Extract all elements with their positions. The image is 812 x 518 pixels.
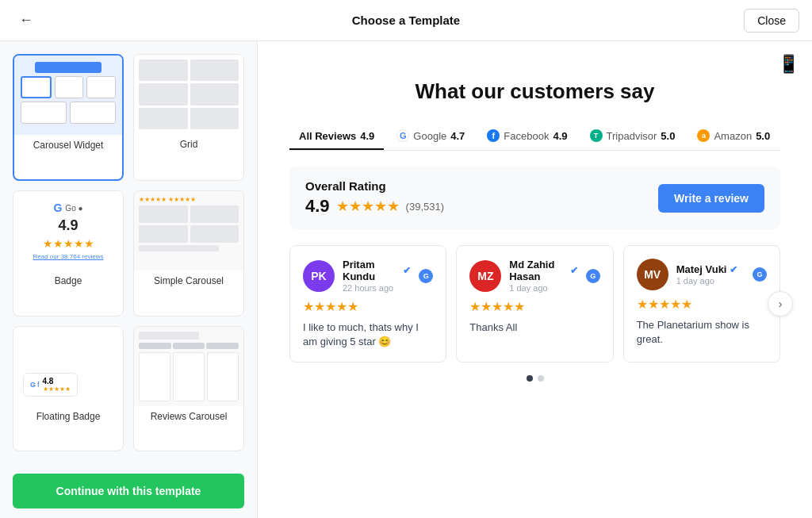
verified-icon-3: ✔ — [730, 264, 737, 275]
sc-row-2 — [139, 225, 239, 243]
template-card-carousel-widget[interactable]: Carousel Widget — [13, 54, 124, 181]
reviewer-3-time: 1 day ago — [676, 276, 738, 286]
review-card-2-header: MZ Md Zahid Hasan ✔ 1 day ago G — [469, 259, 599, 293]
grid-item-5 — [139, 108, 188, 129]
tab-facebook-label: Facebook — [504, 130, 549, 142]
rc-tabs — [139, 343, 239, 349]
review-cards-container: PK Pritam Kundu ✔ 22 hours ago G ★★★★★ — [289, 245, 780, 363]
preview-content: What our customers say All Reviews 4.9 G… — [258, 41, 812, 407]
thumb-carousel-item-2 — [55, 76, 84, 98]
simple-carousel-thumb: ★★★★★ ★★★★★ — [134, 191, 243, 271]
fb-thumb-content: G f 4.8 ★★★★★ — [13, 327, 123, 406]
template-card-simple-carousel[interactable]: ★★★★★ ★★★★★ Simple Carousel — [133, 190, 244, 316]
carousel-widget-thumb — [14, 56, 122, 135]
amazon-tab-icon: a — [697, 129, 710, 142]
badge-thumb-content: G Go ● 4.9 ★★★★★ Read our 38,764 reviews — [13, 191, 123, 271]
fb-score-col: 4.8 ★★★★★ — [43, 377, 71, 393]
rc-card-3 — [207, 352, 239, 401]
tab-all-score: 4.9 — [360, 130, 374, 142]
fb-fb-icon: f — [37, 381, 40, 389]
tab-facebook-score: 4.9 — [553, 130, 567, 142]
template-card-grid[interactable]: Grid — [133, 54, 244, 181]
badge-rating: 4.9 — [58, 217, 78, 234]
rc-card-2 — [173, 352, 205, 401]
grid-item-3 — [139, 83, 188, 105]
tab-all-reviews[interactable]: All Reviews 4.9 — [289, 124, 384, 150]
tab-google[interactable]: G Google 4.7 — [387, 123, 474, 150]
grid-item-6 — [190, 108, 239, 129]
template-card-badge[interactable]: G Go ● 4.9 ★★★★★ Read our 38,764 reviews… — [13, 190, 124, 316]
grid-item-1 — [139, 59, 188, 81]
simple-carousel-label: Simple Carousel — [134, 271, 243, 291]
tab-tripadvisor-label: Tripadvisor — [607, 130, 657, 142]
tab-amazon-score: 5.0 — [756, 130, 770, 142]
badge-logos: G Go ● — [53, 201, 82, 214]
review-card-3-header: MV Matej Vuki ✔ 1 day ago G — [637, 259, 767, 290]
preview-title: What our customers say — [289, 79, 780, 104]
reviewer-3-name: Matej Vuki ✔ — [676, 263, 738, 275]
fb-inner: G f 4.8 ★★★★★ — [23, 373, 78, 397]
fb-stars: ★★★★★ — [43, 386, 71, 393]
rc-cards — [139, 352, 239, 401]
close-button[interactable]: Close — [744, 9, 799, 33]
tab-facebook[interactable]: f Facebook 4.9 — [477, 123, 576, 150]
tab-google-label: Google — [413, 130, 446, 142]
template-card-reviews-carousel[interactable]: Reviews Carousel — [133, 326, 244, 451]
page-title: Choose a Template — [352, 13, 460, 27]
sc-item-2 — [190, 205, 239, 223]
sc-item-4 — [190, 225, 239, 243]
reviewer-2-text: Thanks All — [469, 320, 599, 335]
sc-item-1 — [139, 205, 188, 223]
template-card-floating-badge[interactable]: G f 4.8 ★★★★★ Floating Badge — [13, 326, 124, 451]
overall-left: Overall Rating 4.9 ★★★★★ (39,531) — [305, 179, 444, 217]
back-button[interactable]: ← — [13, 9, 40, 32]
tab-amazon[interactable]: a Amazon 5.0 — [688, 123, 779, 150]
write-review-button[interactable]: Write a review — [658, 184, 764, 213]
reviewer-2-avatar: MZ — [469, 260, 501, 292]
sc-item-3 — [139, 225, 188, 243]
overall-rating-section: Overall Rating 4.9 ★★★★★ (39,531) Write … — [289, 167, 780, 229]
tab-amazon-label: Amazon — [714, 130, 752, 142]
badge-link: Read our 38,764 reviews — [33, 253, 104, 260]
review-2-source-icon: G — [586, 269, 600, 283]
review-card-1-header: PK Pritam Kundu ✔ 22 hours ago G — [303, 259, 433, 293]
rc-tab-3 — [206, 343, 239, 349]
review-card-1: PK Pritam Kundu ✔ 22 hours ago G ★★★★★ — [289, 245, 446, 363]
tab-tripadvisor[interactable]: T Tripadvisor 5.0 — [580, 123, 685, 150]
thumb-carousel-item-4 — [21, 102, 67, 124]
verified-icon-1: ✔ — [403, 265, 411, 276]
reviewer-1-name: Pritam Kundu ✔ — [343, 259, 411, 282]
dot-2 — [538, 375, 544, 382]
grid-item-2 — [190, 59, 239, 81]
reviewer-2-stars: ★★★★★ — [469, 299, 599, 314]
carousel-next-button[interactable]: › — [768, 291, 793, 317]
badge-stars: ★★★★★ — [43, 237, 94, 250]
reviewer-3-info: Matej Vuki ✔ 1 day ago — [676, 263, 738, 286]
grid-thumb — [134, 55, 243, 134]
carousel-dots — [289, 375, 780, 382]
review-tabs: All Reviews 4.9 G Google 4.7 f Facebook … — [289, 123, 780, 151]
continue-button[interactable]: Continue with this template — [13, 474, 244, 508]
floating-badge-label: Floating Badge — [13, 406, 123, 427]
reviewer-1-stars: ★★★★★ — [303, 299, 433, 314]
right-panel: 📱 What our customers say All Reviews 4.9… — [258, 41, 812, 518]
tripadvisor-tab-icon: T — [590, 129, 603, 142]
reviewer-1-text: I like to much, thats why I am giving 5 … — [303, 320, 433, 349]
thumb-carousel-row-2 — [21, 102, 116, 124]
overall-score: 4.9 — [305, 196, 330, 217]
thumb-carousel-header — [35, 62, 102, 73]
fb-google-icon: G — [30, 381, 36, 389]
review-1-source-icon: G — [419, 269, 433, 283]
reviewer-1-avatar: PK — [303, 260, 335, 292]
others-icon-badge: Go ● — [65, 204, 82, 213]
sc-divider — [139, 245, 219, 251]
review-count: (39,531) — [406, 201, 444, 213]
reviewer-1-info: Pritam Kundu ✔ 22 hours ago — [343, 259, 411, 293]
dot-1 — [527, 375, 533, 382]
reviewer-2-info: Md Zahid Hasan ✔ 1 day ago — [509, 259, 577, 293]
header: ← Choose a Template Close — [0, 0, 812, 41]
reviewer-3-avatar: MV — [637, 259, 668, 290]
rc-card-1 — [139, 352, 170, 401]
grid-item-4 — [190, 83, 239, 105]
overall-score-row: 4.9 ★★★★★ (39,531) — [305, 196, 444, 217]
